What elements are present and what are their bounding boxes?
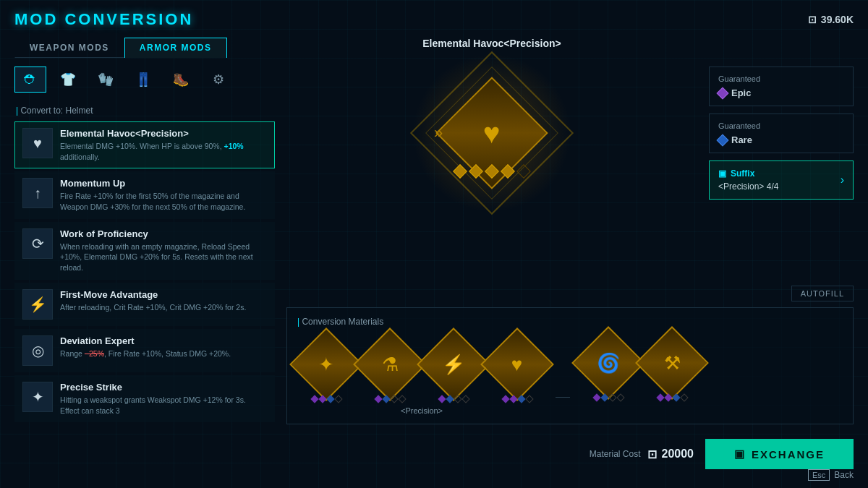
mod-name: First-Move Advantage — [60, 289, 267, 300]
main-layout: WEAPON MODS ARMOR MODS ⛑ 👕 🧤 👖 🥾 ⚙ Conve… — [14, 38, 854, 469]
cat-icon-boots[interactable]: 🥾 — [165, 67, 197, 93]
page-title: MOD CONVERSION — [14, 10, 193, 29]
material-slot-3[interactable]: ⚡ — [425, 335, 482, 402]
material-diamond-6: ⚒ — [635, 326, 709, 400]
mod-icon-first-move: ⚡ — [22, 289, 53, 320]
guaranteed-rare-card: Guaranteed Rare — [709, 114, 854, 153]
guaranteed-2-label: Guaranteed — [718, 121, 844, 130]
center-display: Elemental Havoc<Precision> ♥ » — [286, 38, 854, 277]
category-icons-row: ⛑ 👕 🧤 👖 🥾 ⚙ — [14, 67, 275, 98]
cat-icon-gloves[interactable]: 🧤 — [90, 67, 122, 93]
material-diamond-1: ✦ — [289, 328, 363, 401]
material-diamond-2: ⚗ — [353, 328, 427, 401]
mod-item-work-proficiency[interactable]: ⟳ Work of Proficiency When reloading wit… — [14, 222, 275, 280]
mod-list: ♥ Elemental Havoc<Precision> Elemental D… — [14, 121, 275, 469]
material-slot-2[interactable]: ⚗ — [361, 335, 419, 402]
material-cost-value: ⊡ 20000 — [647, 448, 694, 461]
suffix-label: Suffix — [731, 168, 754, 179]
dots-row — [455, 166, 529, 176]
currency-value: 39.60K — [821, 14, 854, 25]
mod-icon-elemental-havoc: ♥ — [22, 128, 53, 158]
currency-icon: ⊡ — [808, 14, 817, 25]
tabs-row: WEAPON MODS ARMOR MODS — [14, 38, 275, 58]
arrow-left-btn[interactable]: » — [434, 124, 443, 142]
precision-label: <Precision> — [297, 405, 546, 415]
left-panel: WEAPON MODS ARMOR MODS ⛑ 👕 🧤 👖 🥾 ⚙ Conve… — [14, 38, 275, 469]
guaranteed-epic-card: Guaranteed Epic — [709, 67, 854, 106]
mod-name: Momentum Up — [60, 178, 267, 189]
dot-2 — [469, 164, 483, 179]
chevron-right-icon: › — [841, 174, 844, 187]
mod-desc: Hitting a weakspot grants Weakspot DMG +… — [60, 395, 267, 416]
right-panel: Elemental Havoc<Precision> ♥ » — [286, 38, 854, 469]
autofill-button[interactable]: AUTOFILL — [791, 286, 854, 301]
mod-desc: Fire Rate +10% for the first 50% of the … — [60, 191, 267, 212]
dot-1 — [453, 164, 467, 179]
esc-key[interactable]: Esc — [808, 469, 830, 481]
bottom-bar: Material Cost ⊡ 20000 ▣ EXCHANGE — [286, 433, 854, 469]
material-diamond-5: 🌀 — [571, 326, 645, 400]
mod-icon-precise-strike: ✦ — [22, 382, 53, 412]
tab-weapon-mods[interactable]: WEAPON MODS — [14, 38, 124, 58]
mod-conversion-screen: MOD CONVERSION ⊡ 39.60K WEAPON MODS ARMO… — [0, 0, 868, 488]
cat-icon-helmet[interactable]: ⛑ — [14, 67, 46, 93]
tab-armor-mods[interactable]: ARMOR MODS — [124, 38, 227, 58]
mod-item-elemental-havoc[interactable]: ♥ Elemental Havoc<Precision> Elemental D… — [14, 121, 275, 168]
materials-title: Conversion Materials — [297, 317, 843, 327]
material-slot-4[interactable]: ♥ — [488, 335, 546, 402]
materials-separator — [556, 397, 570, 398]
mod-item-deviation-expert[interactable]: ◎ Deviation Expert Range −25%, Fire Rate… — [14, 329, 275, 372]
mod-desc: Range −25%, Fire Rate +10%, Status DMG +… — [60, 348, 267, 359]
mod-icon-work-proficiency: ⟳ — [22, 228, 53, 259]
mod-name: Deviation Expert — [60, 335, 267, 346]
material-cost-section: Material Cost ⊡ 20000 — [590, 448, 694, 461]
mod-item-first-move[interactable]: ⚡ First-Move Advantage After reloading, … — [14, 283, 275, 326]
materials-section: Conversion Materials ✦ — [286, 307, 854, 424]
suffix-card[interactable]: ▣ Suffix <Precision> 4/4 › — [709, 160, 854, 200]
rare-diamond-icon — [717, 134, 729, 146]
diamond-container: ♥ » — [420, 61, 564, 205]
currency-display: ⊡ 39.60K — [808, 14, 854, 25]
exchange-button[interactable]: ▣ EXCHANGE — [705, 439, 854, 469]
material-diamond-4: ♥ — [480, 328, 554, 401]
material-slot-6[interactable]: ⚒ — [643, 334, 701, 401]
materials-row: ✦ — [297, 334, 843, 415]
esc-back: Esc Back — [808, 469, 854, 481]
mod-item-precise-strike[interactable]: ✦ Precise Strike Hitting a weakspot gran… — [14, 375, 275, 422]
cat-icon-belt[interactable]: ⚙ — [203, 67, 234, 93]
cat-icon-legs[interactable]: 👖 — [127, 67, 159, 93]
exchange-icon: ▣ — [734, 448, 746, 461]
mod-name: Precise Strike — [60, 382, 267, 393]
suffix-value: <Precision> 4/4 — [718, 181, 778, 192]
convert-to-label: Convert to: Helmet — [14, 106, 275, 116]
suffix-icon: ▣ — [718, 168, 726, 179]
exchange-label: EXCHANGE — [752, 448, 825, 461]
materials-container: AUTOFILL Conversion Materials — [286, 286, 854, 424]
cost-value: 20000 — [661, 448, 694, 461]
mod-diamond-icon: ♥ — [483, 117, 501, 150]
guaranteed-2-value: Rare — [718, 134, 844, 145]
dot-5 — [516, 164, 531, 179]
mod-desc: When reloading with an empty magazine, R… — [60, 241, 267, 273]
mod-name: Elemental Havoc<Precision> — [60, 128, 267, 139]
cost-icon: ⊡ — [647, 448, 657, 461]
mod-icon-deviation-expert: ◎ — [22, 335, 53, 366]
material-slot-1[interactable]: ✦ — [297, 335, 355, 402]
cat-icon-chest[interactable]: 👕 — [52, 67, 84, 93]
material-cost-label: Material Cost — [590, 449, 641, 459]
mod-icon-momentum-up: ↑ — [22, 178, 53, 208]
dot-4 — [501, 164, 515, 179]
conversion-details: Guaranteed Epic Guaranteed Rare — [709, 38, 854, 277]
mod-name: Work of Proficiency — [60, 228, 267, 239]
mod-desc: Elemental DMG +10%. When HP is above 90%… — [60, 141, 267, 162]
material-slot-5[interactable]: 🌀 — [579, 334, 637, 401]
dot-3 — [485, 164, 499, 179]
materials-group-2: 🌀 — [579, 334, 701, 415]
back-label: Back — [834, 470, 854, 480]
mod-desc: After reloading, Crit Rate +10%, Crit DM… — [60, 302, 267, 313]
epic-diamond-icon — [717, 87, 729, 99]
guaranteed-1-label: Guaranteed — [718, 74, 844, 83]
header: MOD CONVERSION ⊡ 39.60K — [14, 10, 854, 29]
materials-group-1: ✦ — [297, 335, 546, 415]
mod-item-momentum-up[interactable]: ↑ Momentum Up Fire Rate +10% for the fir… — [14, 171, 275, 218]
